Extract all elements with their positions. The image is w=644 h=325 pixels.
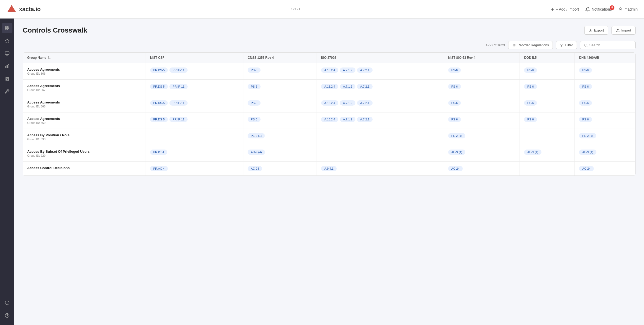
tag[interactable]: AU-9 (4) [524, 150, 541, 155]
table-controls: 1-50 of 1623 Reorder Regulations Filter [23, 41, 636, 49]
question-icon [5, 313, 10, 318]
tag[interactable]: PR.DS-5 [150, 100, 168, 106]
tag[interactable]: A.7.2.1 [357, 67, 373, 73]
sidebar-item-chart[interactable] [2, 61, 12, 71]
search-input[interactable] [589, 43, 632, 47]
tag[interactable]: A.9.4.1 [321, 166, 337, 171]
tag[interactable]: A.7.1.2 [340, 67, 355, 73]
cell-dhs-4300: PS-6 [575, 80, 635, 96]
reorder-regulations-button[interactable]: Reorder Regulations [508, 41, 553, 49]
tag[interactable]: PE-2 (1) [248, 133, 265, 138]
tag[interactable]: PS-6 [448, 117, 461, 122]
tag[interactable]: PR.IP-11 [169, 84, 188, 89]
tag[interactable]: A.7.1.2 [340, 117, 355, 122]
tags-container: A.13.2.4A.7.1.2A.7.2.1 [321, 117, 439, 122]
sidebar-item-info[interactable] [2, 297, 12, 308]
crosswalk-table-wrap: Group Name NIST CSF CNSS 1253 Rev 4 ISO … [23, 52, 636, 176]
tag[interactable]: PS-6 [524, 100, 537, 106]
cell-dhs-4300: PE-2 (1) [575, 129, 635, 145]
tag[interactable]: PR.PT-1 [150, 150, 168, 155]
tag[interactable]: PS-6 [248, 117, 260, 122]
tag[interactable]: PE-2 (1) [579, 133, 596, 138]
tag[interactable]: AC-24 [579, 166, 594, 171]
sidebar-item-inventory[interactable] [2, 74, 12, 84]
cell-nist-csf: PR.DS-5PR.IP-11 [146, 96, 243, 112]
table-row: Access AgreementsGroup ID: 866PR.DS-5PR.… [23, 63, 635, 80]
import-button[interactable]: Import [611, 26, 636, 35]
sort-icon[interactable] [47, 56, 51, 60]
search-box[interactable] [580, 41, 636, 49]
tag[interactable]: PR.IP-11 [169, 67, 188, 73]
tag[interactable]: PR.IP-11 [169, 100, 188, 106]
group-id-text: Group ID: 866 [27, 72, 141, 75]
cell-cnss-1253: AC-24 [243, 162, 317, 176]
tag[interactable]: PS-6 [524, 67, 537, 73]
tag[interactable]: A.13.2.4 [321, 67, 338, 73]
tag[interactable]: A.7.2.1 [357, 84, 373, 89]
tag[interactable]: PS-6 [448, 84, 461, 89]
tag[interactable]: A.7.2.1 [357, 117, 373, 122]
tag[interactable]: PS-6 [448, 67, 461, 73]
tag[interactable]: PS-6 [248, 100, 260, 106]
tags-container: PS-6 [579, 100, 631, 106]
cell-iso-27002: A.9.4.1 [317, 162, 444, 176]
sidebar-item-dashboard[interactable] [2, 23, 12, 33]
logo[interactable]: xacta.io [6, 4, 41, 15]
tag[interactable]: PE-2 (1) [448, 133, 465, 138]
tag[interactable]: PS-6 [524, 84, 537, 89]
tag[interactable]: AU-9 (4) [248, 150, 265, 155]
tag[interactable]: AC-24 [248, 166, 262, 171]
tag[interactable]: PS-6 [524, 117, 537, 122]
add-import-button[interactable]: + Add / Import [550, 7, 579, 11]
cell-dod-il5: PS-6 [520, 112, 575, 129]
tag[interactable]: A.7.1.2 [340, 84, 355, 89]
bar-chart-icon [5, 64, 10, 69]
reorder-icon [512, 43, 516, 47]
page-header: Controls Crosswalk Export Import [23, 26, 636, 35]
monitor-icon [5, 51, 10, 56]
svg-rect-5 [5, 26, 7, 28]
tag[interactable]: PS-6 [579, 117, 592, 122]
sidebar-item-monitor[interactable] [2, 48, 12, 59]
topnav: xacta.io 12121 + Add / Import Notificati… [0, 0, 644, 19]
tag[interactable]: PS-6 [248, 67, 260, 73]
tag[interactable]: PR.DS-5 [150, 67, 168, 73]
sidebar-item-controls[interactable] [2, 35, 12, 46]
group-name-text: Access Control Decisions [27, 166, 141, 170]
tag[interactable]: AC-24 [448, 166, 463, 171]
tag[interactable]: PR.DS-5 [150, 84, 168, 89]
import-icon [616, 29, 620, 32]
tags-container: PS-6 [448, 67, 516, 73]
tag[interactable]: PS-6 [248, 84, 260, 89]
tag[interactable]: PS-6 [579, 84, 592, 89]
tag[interactable]: A.7.2.1 [357, 100, 373, 106]
tag[interactable]: A.13.2.4 [321, 117, 338, 122]
tag[interactable]: PS-6 [579, 100, 592, 106]
cell-dod-il5: PS-6 [520, 96, 575, 112]
cell-nist-800-53: PS-6 [444, 80, 520, 96]
notifications-button[interactable]: Notifications 8 [585, 7, 612, 12]
col-dod-il5: DOD IL5 [520, 53, 575, 63]
cell-group-name: Access Control Decisions [23, 162, 146, 176]
tag[interactable]: PR.DS-5 [150, 117, 168, 122]
group-id-text: Group ID: 868 [27, 105, 141, 108]
tag[interactable]: PS-6 [448, 100, 461, 106]
tags-container: PS-6 [524, 117, 570, 122]
tags-container: PS-6 [248, 84, 312, 89]
svg-marker-32 [560, 44, 563, 47]
main-content: Controls Crosswalk Export Import [14, 19, 644, 325]
export-button[interactable]: Export [584, 26, 609, 35]
tag[interactable]: A.13.2.4 [321, 84, 338, 89]
tag[interactable]: AU-9 (4) [448, 150, 466, 155]
tag[interactable]: A.13.2.4 [321, 100, 338, 106]
user-menu-button[interactable]: madmin [618, 7, 638, 12]
filter-button[interactable]: Filter [556, 41, 577, 49]
svg-marker-9 [5, 39, 9, 43]
tag[interactable]: PR.AC-4 [150, 166, 168, 171]
tag[interactable]: PS-6 [579, 67, 592, 73]
tag[interactable]: PR.IP-11 [169, 117, 188, 122]
sidebar-item-tools[interactable] [2, 86, 12, 97]
tag[interactable]: A.7.1.2 [340, 100, 355, 106]
sidebar-item-help[interactable] [2, 310, 12, 321]
tag[interactable]: AU-9 (4) [579, 150, 596, 155]
